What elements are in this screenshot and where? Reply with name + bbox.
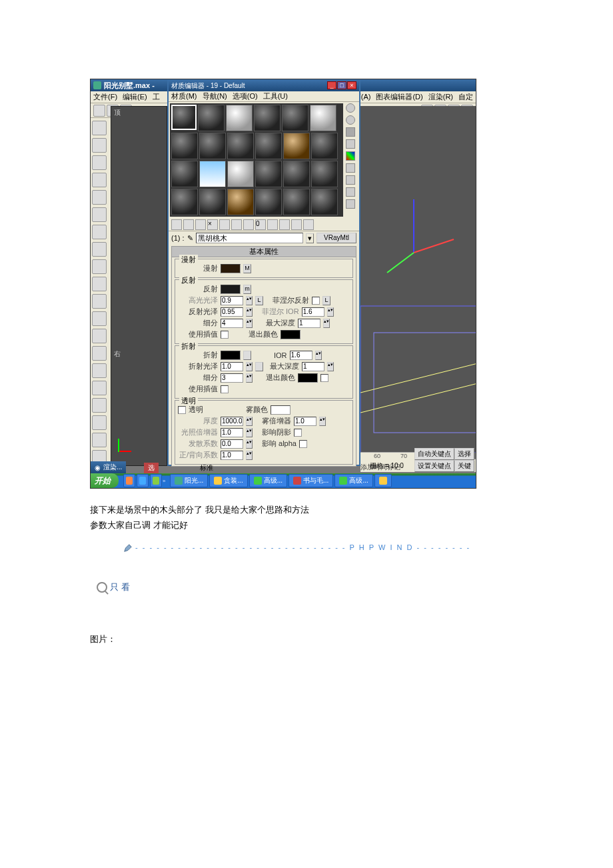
tool-move[interactable] — [92, 138, 107, 153]
task-3[interactable]: 高级... — [249, 474, 287, 487]
tool-more1[interactable] — [92, 346, 107, 361]
affect-alpha-checkbox[interactable] — [299, 440, 307, 448]
ior-input[interactable] — [290, 351, 312, 360]
fog-color-swatch[interactable] — [271, 405, 291, 415]
hilight-gloss-input[interactable] — [221, 296, 243, 305]
mat-slot-7[interactable] — [171, 133, 198, 159]
select-icon[interactable] — [346, 187, 355, 197]
scatter-spinner[interactable]: ▴▾ — [246, 439, 253, 449]
tool-more2[interactable] — [92, 363, 107, 378]
task-2[interactable]: 贪装... — [209, 474, 247, 487]
mat-slot-19[interactable] — [171, 189, 198, 215]
scatter-input[interactable] — [221, 439, 243, 449]
refract-exit-checkbox[interactable] — [320, 374, 328, 382]
material-map-icon[interactable] — [346, 199, 355, 209]
pick-icon[interactable]: ✎ — [187, 234, 193, 243]
refract-exit-swatch[interactable] — [298, 373, 318, 383]
mat-menu-options[interactable]: 选项(O) — [233, 91, 258, 101]
sel-button[interactable]: 选择 — [454, 448, 474, 460]
fresnel-lock-button[interactable]: L — [322, 296, 330, 305]
reflect-color-swatch[interactable] — [221, 285, 241, 294]
menu-render[interactable]: 渲染(R) — [428, 92, 453, 102]
tool-quick[interactable] — [92, 329, 107, 343]
mat-slot-23[interactable] — [283, 189, 310, 215]
reflect-gloss-spinner[interactable]: ▴▾ — [246, 307, 253, 317]
mat-slot-11[interactable] — [283, 133, 310, 159]
tool-scale[interactable] — [92, 173, 107, 187]
viewport-perspective[interactable] — [360, 106, 476, 453]
viewport-top[interactable]: 顶 右 — [111, 106, 167, 466]
put-to-scene-icon[interactable] — [183, 219, 194, 230]
name-dropdown[interactable]: ▾ — [306, 233, 314, 243]
options-icon[interactable] — [346, 175, 355, 185]
mat-slot-8[interactable] — [199, 133, 226, 159]
light-mult-input[interactable] — [221, 428, 243, 437]
mat-slot-22[interactable] — [255, 189, 282, 215]
tool-snap[interactable] — [92, 190, 107, 205]
mat-slot-3[interactable] — [226, 105, 253, 131]
mat-slot-6[interactable] — [310, 105, 336, 131]
preview-icon[interactable] — [346, 163, 355, 173]
fresnel-checkbox[interactable] — [312, 297, 320, 305]
tool-more4[interactable] — [92, 398, 107, 413]
start-button[interactable]: 开始 — [91, 473, 119, 488]
max-depth-input[interactable] — [298, 319, 320, 328]
reset-icon[interactable]: × — [207, 219, 218, 230]
affect-shadow-checkbox[interactable] — [294, 429, 302, 437]
mat-slot-24[interactable] — [311, 189, 338, 215]
video-check-icon[interactable] — [346, 151, 355, 161]
fog-mult-spinner[interactable]: ▴▾ — [319, 417, 326, 426]
fog-mult-input[interactable] — [294, 417, 316, 426]
tool-more6[interactable] — [92, 433, 107, 447]
reflect-gloss-input[interactable] — [221, 307, 243, 317]
mat-menu-tools[interactable]: 工具(U) — [263, 91, 288, 101]
mat-slot-20[interactable] — [199, 189, 226, 215]
add-time-marker[interactable]: 添加时间标记 — [360, 463, 400, 472]
hilight-spinner[interactable]: ▴▾ — [246, 296, 253, 305]
tool-mirror[interactable] — [92, 207, 107, 222]
tool-more3[interactable] — [92, 381, 107, 395]
menu-edit[interactable]: 编辑(E) — [123, 92, 147, 102]
make-unique-icon[interactable] — [231, 219, 242, 230]
key-filter-button[interactable]: 关键 — [454, 460, 474, 472]
light-mult-spinner[interactable]: ▴▾ — [246, 428, 253, 437]
fresnel-ior-input[interactable] — [302, 307, 324, 317]
transp-checkbox[interactable] — [178, 406, 186, 414]
tool-schematic[interactable] — [92, 277, 107, 291]
mat-slot-5[interactable] — [282, 105, 308, 131]
fresnel-ior-spinner[interactable]: ▴▾ — [327, 307, 334, 317]
diffuse-map-button[interactable]: M — [243, 264, 251, 273]
mat-slot-15[interactable] — [227, 161, 254, 187]
tool-select[interactable] — [92, 121, 107, 135]
subdiv-spinner[interactable]: ▴▾ — [246, 319, 253, 328]
tool-material[interactable] — [92, 294, 107, 309]
refract-max-depth-spinner[interactable]: ▴▾ — [327, 362, 334, 371]
mat-menu-material[interactable]: 材质(M) — [171, 91, 197, 101]
max-depth-spinner[interactable]: ▴▾ — [323, 319, 330, 328]
refract-gloss-spinner[interactable]: ▴▾ — [246, 362, 253, 371]
tool-layer[interactable] — [92, 242, 107, 257]
mat-slot-18[interactable] — [311, 161, 338, 187]
menu-tool[interactable]: 工 — [153, 92, 160, 102]
subdiv-input[interactable] — [221, 319, 243, 328]
refract-subdiv-spinner[interactable]: ▴▾ — [246, 373, 253, 383]
task-5[interactable]: 高级... — [334, 474, 372, 487]
render-dialog-titlebar[interactable]: ◉ 渲染... — [91, 461, 126, 473]
task-1[interactable]: 阳光... — [170, 474, 208, 487]
task-6[interactable] — [374, 474, 392, 487]
make-copy-icon[interactable] — [219, 219, 230, 230]
sample-type-icon[interactable] — [346, 103, 355, 113]
mat-slot-16[interactable] — [255, 161, 282, 187]
reflect-map-button[interactable]: m — [243, 285, 251, 294]
refract-subdiv-input[interactable] — [221, 373, 243, 383]
undo-button[interactable] — [93, 105, 105, 117]
menu-graph[interactable]: 图表编辑器(D) — [376, 92, 422, 102]
fwd-back-input[interactable] — [221, 451, 243, 460]
mat-slot-10[interactable] — [255, 133, 282, 159]
task-4[interactable]: 书与毛... — [289, 474, 333, 487]
close-button[interactable]: × — [347, 81, 356, 89]
mat-slot-21[interactable] — [227, 189, 254, 215]
maximize-button[interactable]: □ — [337, 81, 346, 89]
refract-max-depth-input[interactable] — [302, 362, 324, 371]
fwd-back-spinner[interactable]: ▴▾ — [246, 451, 253, 460]
